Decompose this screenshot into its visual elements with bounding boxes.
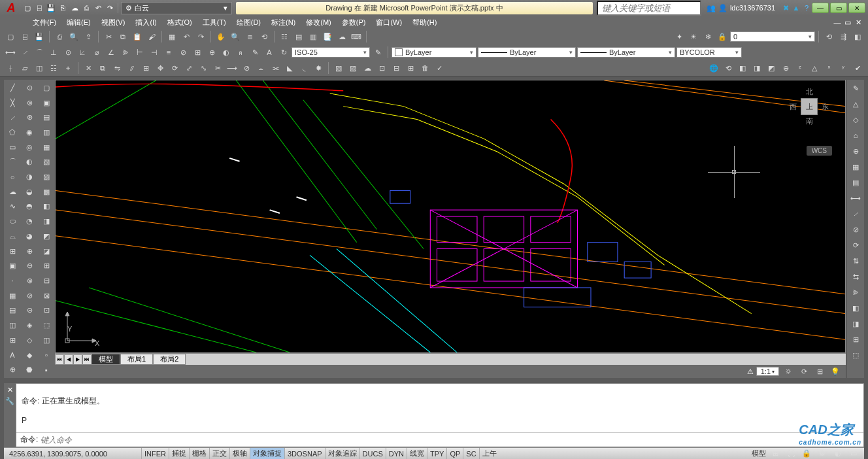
region-icon[interactable]: ◫ (33, 61, 46, 75)
dimstyle-mgr-icon[interactable]: ✎ (371, 46, 384, 59)
ucs-apply-icon[interactable]: ✔ (851, 61, 864, 75)
status-dyn[interactable]: DYN (386, 448, 407, 460)
zoom-win-icon[interactable]: ⧈ (243, 30, 256, 43)
menu-view[interactable]: 视图(V) (101, 18, 125, 27)
block-icon[interactable]: ▦ (165, 30, 178, 43)
saveas-icon[interactable]: ⎘ (58, 3, 68, 13)
m7-icon[interactable]: ◑ (22, 170, 37, 184)
lineweight-dropdown[interactable]: ByLayer▾ (577, 47, 675, 58)
preview-icon[interactable]: 🔍 (67, 30, 80, 43)
id-icon[interactable]: ⌖ (61, 61, 75, 75)
print-icon[interactable]: ⎙ (81, 3, 92, 13)
area-icon[interactable]: ▱ (18, 61, 31, 75)
ellipsearc-icon[interactable]: ⌓ (5, 230, 20, 243)
dim-ord-icon[interactable]: ⊥ (47, 46, 60, 59)
print-icon[interactable]: ⎙ (53, 30, 66, 43)
e7-icon[interactable]: ▨ (39, 170, 54, 184)
markup-icon[interactable]: ☁ (335, 30, 348, 43)
pan-icon[interactable]: ✋ (214, 30, 227, 43)
r2-icon[interactable]: △ (848, 97, 863, 111)
vc-south[interactable]: 南 (806, 116, 813, 126)
tab-first-button[interactable]: ⏮ (55, 354, 64, 365)
m18-icon[interactable]: ◇ (22, 333, 37, 347)
rotate-icon[interactable]: ⟳ (168, 61, 181, 75)
break-icon[interactable]: ⫠ (254, 61, 267, 75)
m13-icon[interactable]: ⊖ (22, 259, 37, 273)
tpalette-icon[interactable]: ▥ (307, 30, 320, 43)
region2-icon[interactable]: ◫ (5, 318, 20, 332)
new-icon[interactable]: ▢ (4, 30, 17, 43)
group-icon[interactable]: ⊡ (375, 61, 388, 75)
m16-icon[interactable]: ⊝ (22, 304, 37, 318)
doc-minimize-button[interactable]: — (833, 18, 842, 27)
fillet-icon[interactable]: ◟ (297, 61, 310, 75)
menu-insert[interactable]: 插入(I) (135, 18, 156, 27)
redo-icon[interactable]: ↷ (194, 30, 207, 43)
r12-icon[interactable]: ⇅ (848, 254, 863, 268)
e6-icon[interactable]: ▧ (39, 156, 54, 169)
cut-icon[interactable]: ✂ (102, 30, 115, 43)
r14-icon[interactable]: ⫸ (848, 285, 863, 299)
status-snap[interactable]: 捕捉 (169, 448, 189, 460)
dim-linear-icon[interactable]: ⟷ (4, 46, 17, 59)
edit-group-icon[interactable]: ⊞ (404, 61, 417, 75)
tab-prev-button[interactable]: ◀ (64, 354, 73, 365)
dimtedit-icon[interactable]: A (263, 46, 276, 59)
layer-sun-icon[interactable]: ☀ (687, 30, 700, 43)
revcloud2-icon[interactable]: ☁ (5, 185, 20, 199)
m14-icon[interactable]: ⊗ (22, 274, 37, 288)
chamfer-icon[interactable]: ◣ (283, 61, 296, 75)
ssm-icon[interactable]: 📑 (321, 30, 334, 43)
circle-icon[interactable]: ○ (5, 170, 20, 184)
status-ortho[interactable]: 正交 (209, 448, 229, 460)
layer-iso-icon[interactable]: ◧ (851, 30, 864, 43)
dcenter-icon[interactable]: ▤ (292, 30, 305, 43)
view-cube[interactable]: 北 西 上 东 南 (786, 87, 832, 139)
ucs-3pt-icon[interactable]: △ (808, 61, 821, 75)
vc-west[interactable]: 西 (790, 102, 797, 112)
r15-icon[interactable]: ◧ (848, 301, 863, 315)
spline-icon[interactable]: ∿ (5, 200, 20, 214)
open-icon[interactable]: ⌸ (18, 30, 31, 43)
ucs-obj-icon[interactable]: ◨ (750, 61, 763, 75)
makeblock-icon[interactable]: ▣ (5, 259, 20, 273)
cmd-handle[interactable]: ✕ 🔧 (4, 383, 16, 447)
help-icon[interactable]: ? (801, 3, 812, 13)
undo-icon[interactable]: ↶ (180, 30, 193, 43)
e11-icon[interactable]: ◩ (39, 230, 54, 243)
insert-icon[interactable]: ⊞ (5, 245, 20, 258)
close-icon[interactable]: ✕ (7, 386, 13, 394)
hatch-icon[interactable]: ▦ (5, 289, 20, 303)
pline-icon[interactable]: ⟋ (5, 110, 20, 124)
publish-icon[interactable]: ⇪ (82, 30, 95, 43)
menu-tools[interactable]: 工具(T) (203, 18, 226, 27)
tab-last-button[interactable]: ⏭ (82, 354, 92, 365)
wrench-icon[interactable]: 🔧 (5, 397, 14, 405)
menu-window[interactable]: 窗口(W) (376, 18, 402, 27)
arc-icon[interactable]: ⌒ (5, 156, 20, 169)
search-input[interactable] (597, 1, 701, 16)
command-history[interactable]: 命令: 正在重生成模型。 P PAN 按 Esc 或 Enter 键退出，或单击… (16, 384, 863, 432)
m11-icon[interactable]: ◕ (22, 230, 37, 243)
menu-format[interactable]: 格式(O) (167, 18, 192, 27)
color-dropdown[interactable]: ByLayer▾ (392, 47, 476, 58)
r17-icon[interactable]: ⊞ (848, 332, 863, 347)
e17-icon[interactable]: ⬚ (39, 318, 54, 332)
ucs-world-icon[interactable]: 🌐 (707, 61, 720, 75)
ws-switch-icon[interactable]: ⊞ (813, 365, 826, 378)
dim-arc-icon[interactable]: ⌒ (33, 46, 46, 59)
plotstyle-dropdown[interactable]: BYCOLOR▾ (676, 47, 742, 58)
redo-icon[interactable]: ↷ (105, 3, 115, 13)
bulb-icon[interactable]: 💡 (829, 365, 842, 378)
r13-icon[interactable]: ⇆ (848, 269, 863, 284)
doc-close-button[interactable]: ✕ (854, 18, 863, 27)
ucs-z-icon[interactable]: ᶻ (793, 61, 807, 75)
audit-icon[interactable]: ✓ (433, 61, 446, 75)
list-icon[interactable]: ☷ (47, 61, 60, 75)
ucs-origin-icon[interactable]: ⊕ (779, 61, 792, 75)
anno-icon[interactable]: ⚠ (747, 367, 754, 376)
ucs-face-icon[interactable]: ◧ (736, 61, 749, 75)
status-osnap3d[interactable]: 3DOSNAP (284, 448, 325, 460)
e16-icon[interactable]: ⊡ (39, 304, 54, 318)
trim-icon[interactable]: ✂ (211, 61, 224, 75)
